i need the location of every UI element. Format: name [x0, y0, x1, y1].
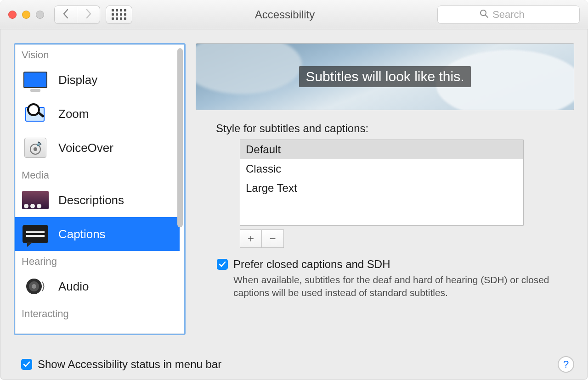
check-icon: [23, 361, 30, 368]
plus-icon: +: [248, 232, 254, 245]
footer: Show Accessibility status in menu bar ?: [0, 353, 588, 380]
captions-icon: [22, 223, 49, 245]
show-all-button[interactable]: [106, 6, 132, 24]
prefer-cc-row: Prefer closed captions and SDH: [217, 258, 574, 271]
sidebar-item-label: Captions: [58, 227, 106, 241]
prefer-cc-description: When available, subtitles for the deaf a…: [233, 274, 555, 300]
prefer-cc-label: Prefer closed captions and SDH: [233, 258, 390, 271]
sidebar-item-label: Display: [58, 73, 97, 87]
prefer-cc-checkbox[interactable]: [217, 259, 228, 270]
subtitle-preview: Subtitles will look like this.: [196, 43, 574, 110]
sidebar-scroll[interactable]: Vision Display Zoom 🔈 VoiceOver: [15, 45, 184, 334]
sidebar-item-captions[interactable]: Captions: [15, 217, 180, 251]
caption-style-list[interactable]: Default Classic Large Text: [240, 140, 524, 226]
sidebar-item-descriptions[interactable]: Descriptions: [15, 183, 180, 217]
style-add-remove: + −: [240, 229, 574, 248]
voiceover-icon: 🔈: [22, 137, 49, 159]
sidebar-item-audio[interactable]: Audio: [15, 269, 180, 303]
accessibility-pref-window: Accessibility Vision Display: [0, 0, 588, 380]
sidebar-item-label: VoiceOver: [58, 141, 113, 155]
forward-button[interactable]: [77, 6, 100, 24]
sidebar-section-media: Media: [15, 165, 180, 183]
style-row-large-text[interactable]: Large Text: [240, 179, 523, 198]
descriptions-icon: [22, 189, 49, 211]
minus-icon: −: [269, 232, 276, 245]
style-label: Style for subtitles and captions:: [216, 122, 574, 135]
style-row-classic[interactable]: Classic: [240, 159, 523, 179]
add-style-button[interactable]: +: [240, 229, 262, 248]
sidebar-section-interacting: Interacting: [15, 303, 180, 322]
sidebar: Vision Display Zoom 🔈 VoiceOver: [14, 43, 186, 335]
sidebar-item-voiceover[interactable]: 🔈 VoiceOver: [15, 131, 180, 165]
audio-icon: [22, 275, 49, 297]
back-button[interactable]: [54, 6, 77, 24]
zoom-window-button[interactable]: [36, 11, 44, 19]
sidebar-section-vision: Vision: [15, 45, 180, 63]
zoom-icon: [22, 103, 49, 125]
sidebar-item-label: Zoom: [58, 107, 89, 121]
chevron-left-icon: [62, 9, 69, 21]
window-title: Accessibility: [139, 8, 431, 21]
search-input[interactable]: [437, 6, 580, 24]
remove-style-button[interactable]: −: [262, 229, 284, 248]
search-wrap: [437, 6, 580, 24]
sidebar-item-label: Descriptions: [58, 193, 124, 207]
titlebar: Accessibility: [0, 0, 588, 29]
minimize-window-button[interactable]: [22, 11, 30, 19]
sidebar-section-hearing: Hearing: [15, 251, 180, 269]
nav-back-forward: [54, 6, 100, 24]
subtitle-preview-text: Subtitles will look like this.: [299, 66, 470, 87]
sidebar-item-label: Audio: [58, 279, 89, 294]
display-icon: [22, 69, 49, 91]
window-controls: [8, 11, 44, 19]
grid-icon: [112, 9, 126, 20]
check-icon: [219, 261, 226, 268]
help-button[interactable]: ?: [558, 356, 574, 373]
sidebar-scrollbar[interactable]: [177, 48, 183, 227]
help-icon: ?: [563, 358, 569, 370]
show-status-label: Show Accessibility status in menu bar: [38, 358, 221, 371]
svg-point-4: [32, 284, 36, 289]
chevron-right-icon: [85, 9, 92, 21]
captions-panel: Subtitles will look like this. Style for…: [196, 43, 574, 349]
style-row-default[interactable]: Default: [240, 140, 523, 159]
sidebar-item-display[interactable]: Display: [15, 63, 180, 97]
close-window-button[interactable]: [8, 11, 17, 19]
content-area: Vision Display Zoom 🔈 VoiceOver: [0, 29, 588, 353]
sidebar-item-zoom[interactable]: Zoom: [15, 97, 180, 131]
show-status-checkbox[interactable]: [21, 359, 32, 370]
